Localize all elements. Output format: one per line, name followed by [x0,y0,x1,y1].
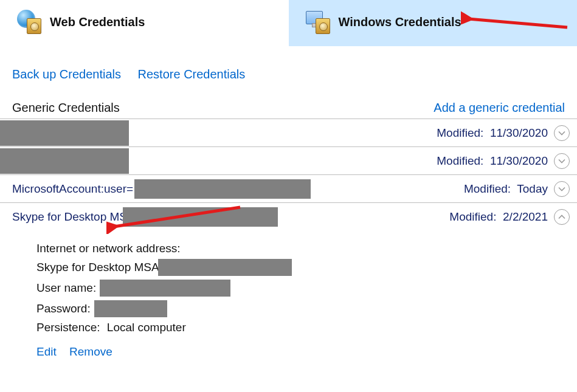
expand-button[interactable] [554,181,570,197]
detail-persistence: Persistence: Local computer [36,321,565,334]
tab-windows-label: Windows Credentials [339,15,461,29]
restore-credentials-link[interactable]: Restore Credentials [138,67,246,81]
detail-actions: Edit Remove [36,345,565,359]
collapse-button[interactable] [554,209,570,225]
add-generic-credential-link[interactable]: Add a generic credential [434,101,565,115]
chevron-down-icon [558,157,565,165]
edit-credential-link[interactable]: Edit [36,345,57,358]
web-credentials-icon [17,10,41,34]
windows-credentials-icon [306,10,330,34]
top-actions: Back up Credentials Restore Credentials [0,47,577,94]
chevron-down-icon [558,185,565,193]
chevron-up-icon [558,213,565,221]
detail-address: Internet or network address: [36,242,565,255]
credential-name: MicrosoftAccount:user= [12,179,464,199]
credential-name-text: Skype for Desktop MSA [12,210,135,224]
detail-username: User name: [36,280,565,297]
tab-web-credentials[interactable]: Web Credentials [0,0,289,46]
redacted-block [100,280,230,297]
expand-button[interactable] [554,125,570,141]
credential-details: Internet or network address: Skype for D… [0,231,577,362]
redacted-block [0,120,129,146]
modified-label: Modified: Today [464,182,548,196]
section-title: Generic Credentials [12,101,120,115]
credential-row[interactable]: Skype for Desktop MSA Modified: 2/2/2021 [0,203,577,231]
credential-row[interactable]: Modified: 11/30/2020 [0,119,577,147]
tab-web-label: Web Credentials [50,15,145,29]
redacted-block [134,179,311,199]
redacted-block [123,207,278,227]
backup-credentials-link[interactable]: Back up Credentials [12,67,121,81]
modified-label: Modified: 11/30/2020 [437,126,548,140]
generic-credentials-header: Generic Credentials Add a generic creden… [0,94,577,119]
credential-name [12,152,437,170]
credential-row[interactable]: MicrosoftAccount:user= Modified: Today [0,175,577,203]
credential-tabs: Web Credentials Windows Credentials [0,0,577,47]
redacted-block [0,148,129,174]
redacted-block [94,300,167,317]
credential-name [12,124,437,142]
credential-row[interactable]: Modified: 11/30/2020 [0,147,577,175]
tab-windows-credentials[interactable]: Windows Credentials [289,0,578,46]
remove-credential-link[interactable]: Remove [69,345,112,358]
redacted-block [158,259,292,276]
modified-label: Modified: 11/30/2020 [437,154,548,168]
expand-button[interactable] [554,153,570,169]
detail-address-value: Skype for Desktop MSA [36,259,565,276]
credential-name: Skype for Desktop MSA [12,207,449,227]
credential-name-text: MicrosoftAccount:user= [12,182,133,196]
chevron-down-icon [558,129,565,137]
modified-label: Modified: 2/2/2021 [449,210,548,224]
detail-password: Password: [36,300,565,317]
